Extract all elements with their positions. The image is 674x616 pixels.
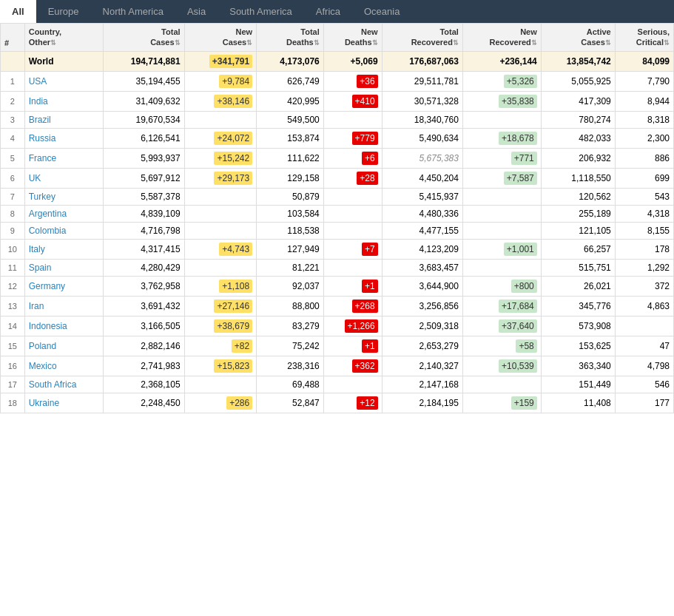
row-country[interactable]: France [24,148,104,168]
sort-icon-7[interactable]: ⇅ [531,39,537,48]
row-total-recovered: 5,415,937 [382,188,462,205]
row-serious-critical: 47 [615,336,673,356]
row-new-deaths [323,188,382,205]
tab-africa[interactable]: Africa [304,0,352,23]
row-total-recovered: 29,511,781 [382,71,462,91]
row-country[interactable]: Argentina [24,205,104,222]
col-header-8[interactable]: ActiveCases ⇅ [541,24,615,52]
row-total-cases: 4,280,429 [104,259,184,276]
table-row: 12Germany3,762,958+1,10892,037+13,644,90… [1,276,674,296]
row-new-cases [184,259,257,276]
row-num: 17 [1,376,25,393]
sort-icon-5[interactable]: ⇅ [372,39,378,48]
row-new-recovered: +17,684 [462,296,541,316]
row-country[interactable]: Brazil [24,111,104,128]
col-header-6[interactable]: TotalRecovered ⇅ [382,24,462,52]
row-country[interactable]: Spain [24,259,104,276]
row-country[interactable]: Germany [24,276,104,296]
row-active-cases: 153,625 [541,336,615,356]
col-header-9[interactable]: Serious,Critical ⇅ [615,24,673,52]
row-active-cases: 363,340 [541,356,615,376]
row-country[interactable]: UK [24,168,104,188]
row-country[interactable]: South Africa [24,376,104,393]
row-total-deaths: 549,500 [257,111,324,128]
sort-icon-1[interactable]: ⇅ [50,39,56,48]
col-header-5[interactable]: NewDeaths ⇅ [323,24,382,52]
row-country[interactable]: India [24,91,104,111]
row-serious-critical: 8,944 [615,91,673,111]
world-new-cases: +341,791 [184,51,257,71]
row-num: 13 [1,296,25,316]
sort-icon-3[interactable]: ⇅ [246,39,252,48]
row-new-cases: +27,146 [184,296,257,316]
row-total-deaths: 75,242 [257,336,324,356]
col-header-2[interactable]: TotalCases ⇅ [104,24,184,52]
row-num: 8 [1,205,25,222]
table-row: 7Turkey5,587,37850,8795,415,937120,56254… [1,188,674,205]
table-row: 13Iran3,691,432+27,14688,800+2683,256,85… [1,296,674,316]
row-country[interactable]: Indonesia [24,316,104,336]
row-total-recovered: 3,644,900 [382,276,462,296]
col-header-7[interactable]: NewRecovered ⇅ [462,24,541,52]
row-country[interactable]: Mexico [24,356,104,376]
row-country[interactable]: Poland [24,336,104,356]
col-header-3[interactable]: NewCases ⇅ [184,24,257,52]
row-country[interactable]: Russia [24,128,104,148]
sort-icon-4[interactable]: ⇅ [314,39,320,48]
row-country[interactable]: Italy [24,239,104,259]
table-row: 15Poland2,882,146+8275,242+12,653,279+58… [1,336,674,356]
col-header-1[interactable]: Country,Other ⇅ [24,24,104,52]
table-row: 14Indonesia3,166,505+38,67983,279+1,2662… [1,316,674,336]
row-total-deaths: 127,949 [257,239,324,259]
tab-north-america[interactable]: North America [91,0,175,23]
row-total-cases: 5,993,937 [104,148,184,168]
row-total-deaths: 83,279 [257,316,324,336]
row-country[interactable]: USA [24,71,104,91]
sort-icon-2[interactable]: ⇅ [175,39,181,48]
tab-south-america[interactable]: South America [218,0,304,23]
row-new-deaths: +1 [323,336,382,356]
row-active-cases: 151,449 [541,376,615,393]
row-new-recovered: +58 [462,336,541,356]
row-serious-critical: 177 [615,393,673,413]
row-new-cases [184,111,257,128]
row-new-recovered: +1,001 [462,239,541,259]
row-new-recovered [462,205,541,222]
row-serious-critical: 7,790 [615,71,673,91]
row-new-recovered: +18,678 [462,128,541,148]
table-row: 8Argentina4,839,109103,5844,480,336255,1… [1,205,674,222]
row-total-cases: 5,587,378 [104,188,184,205]
row-new-deaths [323,376,382,393]
row-total-recovered: 4,450,204 [382,168,462,188]
row-country[interactable]: Turkey [24,188,104,205]
sort-icon-6[interactable]: ⇅ [453,39,459,48]
tab-europe[interactable]: Europe [36,0,91,23]
world-row: World194,714,881+341,7914,173,076+5,0691… [1,51,674,71]
world-total-recovered: 176,687,063 [382,51,462,71]
tab-oceania[interactable]: Oceania [352,0,411,23]
tab-asia[interactable]: Asia [175,0,218,23]
row-country[interactable]: Iran [24,296,104,316]
row-num: 2 [1,91,25,111]
sort-icon-9[interactable]: ⇅ [664,39,670,48]
row-new-cases: +29,173 [184,168,257,188]
row-num: 11 [1,259,25,276]
tab-all[interactable]: All [0,0,36,23]
row-total-cases: 5,697,912 [104,168,184,188]
row-serious-critical: 699 [615,168,673,188]
row-serious-critical: 543 [615,188,673,205]
sort-icon-8[interactable]: ⇅ [605,39,611,48]
row-country[interactable]: Colombia [24,222,104,239]
row-new-recovered: +35,838 [462,91,541,111]
row-new-deaths: +1,266 [323,316,382,336]
col-header-4[interactable]: TotalDeaths ⇅ [257,24,324,52]
row-new-cases [184,222,257,239]
row-total-cases: 31,409,632 [104,91,184,111]
row-serious-critical: 886 [615,148,673,168]
row-country[interactable]: Ukraine [24,393,104,413]
row-total-cases: 6,126,541 [104,128,184,148]
row-new-recovered: +37,640 [462,316,541,336]
row-total-cases: 19,670,534 [104,111,184,128]
row-num: 12 [1,276,25,296]
row-total-deaths: 420,995 [257,91,324,111]
